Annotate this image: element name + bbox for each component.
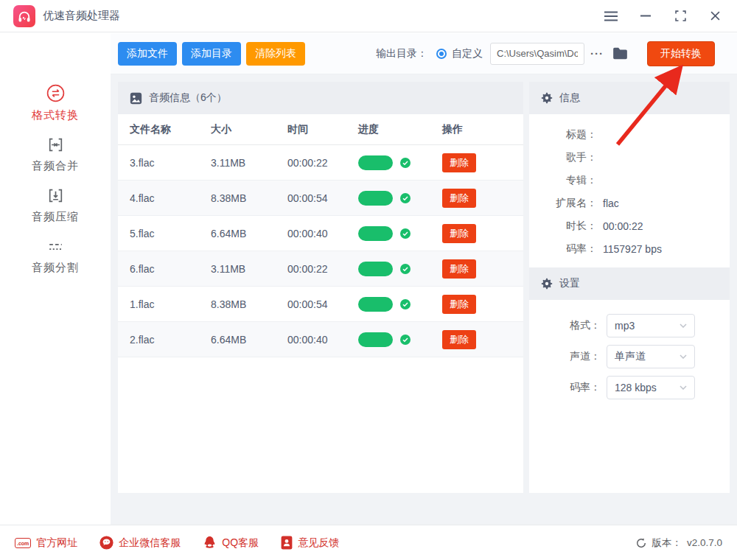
clear-list-button[interactable]: 清除列表 [246,42,305,66]
progress-bar [358,332,393,347]
file-progress [358,332,442,347]
settings-panel-header: 设置 [529,267,730,300]
check-circle-icon [400,299,411,309]
right-panel: 信息 标题： 歌手： 专辑： 扩展名： flac [529,82,730,493]
output-path-input[interactable] [490,43,584,65]
file-size: 6.64MB [211,228,287,239]
minimize-icon[interactable] [638,9,653,24]
sidebar-item-format-convert[interactable]: 格式转换 [32,83,79,122]
file-action: 删除 [442,330,511,349]
file-size: 3.11MB [211,263,287,275]
file-name: 2.flac [130,334,211,346]
setting-label: 格式： [529,319,601,332]
file-table-body: 3.flac 3.11MB 00:00:22 删除 4.flac 8.38MB … [118,145,523,357]
table-row: 2.flac 6.64MB 00:00:40 删除 [118,322,523,357]
info-panel-header: 信息 [529,82,730,114]
info-value: 00:00:22 [603,220,643,232]
output-directory-group: 输出目录： 自定义 ··· 开始转换 [376,41,715,66]
sidebar-item-audio-merge[interactable]: 音频合并 [32,136,79,173]
info-label: 标题： [529,128,597,141]
convert-icon [46,83,66,103]
sidebar: 格式转换 音频合并 音频压缩 音频分割 [0,33,111,525]
delete-button[interactable]: 删除 [442,295,476,314]
wechat-service-link[interactable]: 企业微信客服 [99,536,181,550]
website-com-icon: .com [15,538,31,548]
file-action: 删除 [442,295,511,314]
progress-bar [358,226,393,241]
select-value: 单声道 [615,350,680,363]
app-logo [13,5,35,27]
delete-button[interactable]: 删除 [442,259,476,279]
file-panel-header: 音频信息（6个） [118,82,523,114]
info-label: 扩展名： [529,197,597,210]
delete-button[interactable]: 删除 [442,189,476,208]
footer-link-label: QQ客服 [222,536,259,550]
custom-path-radio[interactable] [436,49,447,59]
column-header-filename: 文件名称 [130,123,211,136]
sidebar-item-audio-split[interactable]: 音频分割 [32,237,79,275]
check-circle-icon [400,158,411,168]
chevron-down-icon [680,354,687,359]
channel-select[interactable]: 单声道 [607,345,695,368]
info-panel-title: 信息 [559,91,580,105]
official-website-link[interactable]: .com 官方网址 [15,536,77,550]
table-row: 1.flac 8.38MB 00:00:54 删除 [118,287,523,322]
start-convert-button[interactable]: 开始转换 [647,41,715,66]
image-icon [130,92,142,105]
delete-button[interactable]: 删除 [442,330,476,349]
file-progress [358,226,442,241]
delete-button[interactable]: 删除 [442,153,476,172]
main-content: 添加文件 添加目录 清除列表 输出目录： 自定义 ··· 开始转换 [111,33,737,525]
add-directory-button[interactable]: 添加目录 [182,42,241,66]
version-info: 版本：v2.0.7.0 [636,536,722,550]
file-progress [358,262,442,276]
merge-icon [46,136,65,154]
settings-fields: 格式： mp3 声道： 单声道 码率： 128 kbp [529,310,730,403]
file-time: 00:00:54 [287,192,358,204]
gear-icon [541,92,553,104]
info-value: 1157927 bps [603,243,662,255]
output-directory-label: 输出目录： [376,47,427,60]
headphones-icon [17,9,32,24]
file-name: 3.flac [130,157,211,169]
info-label: 歌手： [529,151,597,164]
info-label: 码率： [529,242,597,256]
browse-ellipsis-button[interactable]: ··· [590,47,604,60]
file-name: 5.flac [130,228,211,239]
column-header-size: 大小 [211,123,287,136]
format-select[interactable]: mp3 [607,314,695,337]
open-folder-button[interactable] [612,47,628,60]
file-name: 4.flac [130,192,211,204]
menu-icon[interactable] [604,9,618,24]
file-name: 1.flac [130,298,211,310]
file-progress [358,155,442,170]
file-panel-title: 音频信息（6个） [149,91,227,105]
file-time: 00:00:54 [287,298,358,310]
footer-link-label: 意见反馈 [298,536,339,550]
file-list-panel: 音频信息（6个） 文件名称 大小 时间 进度 操作 3.flac 3.11MB … [118,82,523,493]
close-icon[interactable] [708,9,722,24]
qq-service-link[interactable]: QQ客服 [203,536,259,550]
maximize-icon[interactable] [673,9,688,24]
app-window: 优速音频处理器 格式转换 [0,0,737,560]
custom-path-radio-label[interactable]: 自定义 [452,47,483,60]
info-row-duration: 时长： 00:00:22 [529,214,730,237]
sidebar-item-audio-compress[interactable]: 音频压缩 [32,186,79,224]
radio-dot [439,52,444,56]
refresh-icon[interactable] [636,538,646,548]
chevron-down-icon [680,385,687,390]
footer-link-label: 官方网址 [36,536,77,550]
progress-bar [358,191,393,206]
setting-label: 声道： [529,350,601,363]
delete-button[interactable]: 删除 [442,224,476,243]
info-row-bitrate: 码率： 1157927 bps [529,237,730,260]
wechat-service-icon [99,536,113,550]
setting-row-format: 格式： mp3 [529,310,730,341]
bitrate-select[interactable]: 128 kbps [607,376,695,399]
gear-icon [541,278,553,290]
sidebar-item-label: 格式转换 [32,108,79,122]
feedback-link[interactable]: 意见反馈 [281,536,339,550]
add-file-button[interactable]: 添加文件 [118,42,177,66]
column-header-progress: 进度 [358,123,442,136]
version-value: v2.0.7.0 [687,537,722,548]
